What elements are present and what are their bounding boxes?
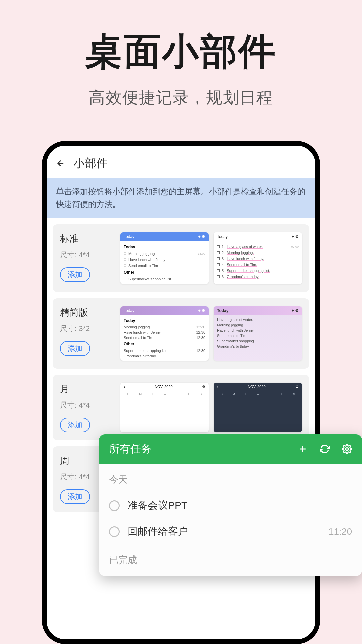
widget-size: 尺寸: 4*4 (60, 400, 114, 410)
plus-gear-icons: + ⚙ (198, 308, 205, 313)
widget-name: 精简版 (60, 306, 114, 319)
overlay-header: 所有任务 (99, 434, 362, 464)
overlay-widget: 所有任务 今天 准备会议PPT 回邮件给客户 11:20 已完成 (99, 434, 362, 576)
widget-size: 尺寸: 3*2 (60, 324, 114, 334)
hero-title: 桌面小部件 (0, 27, 362, 77)
back-arrow-icon[interactable] (56, 159, 65, 168)
overlay-section-today: 今天 (109, 473, 352, 486)
add-button[interactable]: 添加 (60, 418, 90, 432)
task-item[interactable]: 回邮件给客户 11:20 (109, 519, 352, 544)
info-banner: 单击添加按钮将小部件添加到您的主屏幕。小部件是检查和创建任务的快速简便的方法。 (47, 178, 315, 218)
plus-gear-icons: + ⚙ (198, 234, 205, 239)
plus-gear-icons: + ⚙ (292, 234, 299, 239)
hero-subtitle: 高效便捷记录，规划日程 (0, 87, 362, 108)
widget-preview: ‹NOV, 2020⚙ SMTWTFS (120, 383, 209, 432)
widget-card-standard: 标准 尺寸: 4*4 添加 Today+ ⚙ Today Morning jog… (53, 224, 309, 292)
plus-icon[interactable] (298, 444, 308, 454)
add-button[interactable]: 添加 (60, 267, 90, 282)
add-button[interactable]: 添加 (60, 489, 90, 504)
widget-preview: Today+ ⚙ 1.Have a glass of water.07:00 2… (214, 232, 302, 284)
chevron-left-icon: ‹ (217, 385, 218, 389)
plus-gear-icons: + ⚙ (292, 308, 299, 313)
task-time: 11:20 (328, 526, 352, 537)
widget-preview: Today+ ⚙ Today Morning jogging13:00 Have… (120, 232, 209, 284)
svg-point-0 (346, 448, 348, 450)
gear-icon: ⚙ (202, 385, 205, 389)
widget-name: 月 (60, 383, 114, 395)
checkbox-icon[interactable] (109, 500, 120, 511)
page-title: 小部件 (73, 156, 108, 171)
app-header: 小部件 (47, 146, 315, 178)
widget-card-month: 月 尺寸: 4*4 添加 ‹NOV, 2020⚙ SMTWTFS ‹NOV, 2… (53, 375, 309, 440)
checkbox-icon[interactable] (109, 526, 120, 537)
widget-preview: Today+ ⚙ Have a glass of water. Morning … (214, 306, 302, 361)
widget-card-minimal: 精简版 尺寸: 3*2 添加 Today+ ⚙ Today Morning jo… (53, 298, 309, 369)
widget-name: 标准 (60, 232, 114, 245)
task-text: 回邮件给客户 (128, 525, 320, 538)
task-item[interactable]: 准备会议PPT (109, 493, 352, 519)
add-button[interactable]: 添加 (60, 341, 90, 356)
gear-icon[interactable] (342, 444, 352, 454)
chevron-left-icon: ‹ (124, 385, 125, 389)
task-text: 准备会议PPT (128, 499, 352, 513)
refresh-icon[interactable] (320, 444, 330, 454)
widget-size: 尺寸: 4*4 (60, 250, 114, 260)
overlay-title: 所有任务 (109, 442, 152, 457)
widget-preview: Today+ ⚙ Today Morning jogging12:30 Have… (120, 306, 209, 361)
gear-icon: ⚙ (295, 385, 299, 389)
overlay-section-done: 已完成 (109, 554, 352, 567)
widget-preview: ‹NOV, 2020⚙ SMTWTFS (214, 383, 302, 432)
